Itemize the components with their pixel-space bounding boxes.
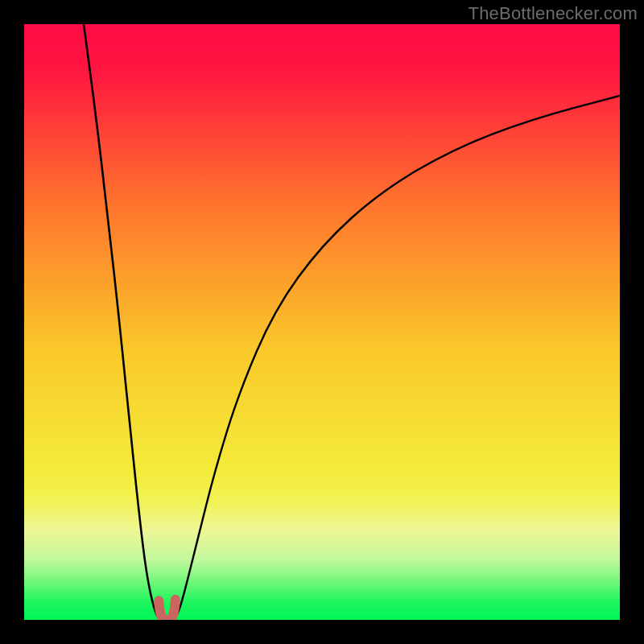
- plot-area: [24, 24, 620, 620]
- left-branch-curve: [84, 24, 160, 620]
- attribution-label: TheBottlenecker.com: [469, 3, 638, 24]
- curve-layer: [24, 24, 620, 620]
- chart-frame: TheBottlenecker.com: [0, 0, 644, 644]
- trough-marker: [159, 600, 175, 620]
- right-branch-curve: [174, 96, 620, 620]
